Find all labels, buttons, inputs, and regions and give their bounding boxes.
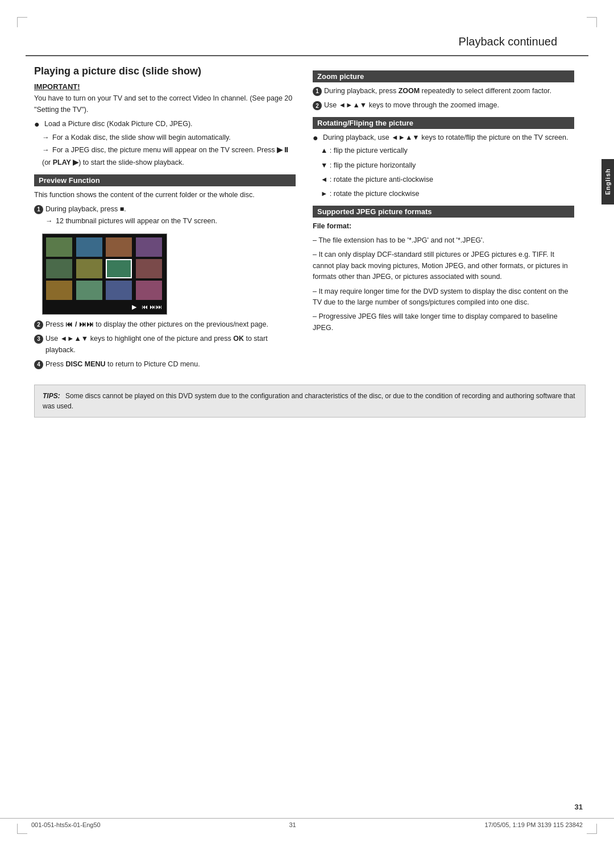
- rotate-item-4: ► : rotate the picture clockwise: [321, 189, 574, 199]
- arrow-item-2: → For a JPEG disc, the picture menu will…: [34, 145, 296, 156]
- thumb-10: [76, 281, 102, 300]
- zoom-step-content-2: Use ◄►▲▼ keys to move through the zoomed…: [324, 100, 574, 111]
- jpeg-item-3: – It may require longer time for the DVD…: [313, 286, 574, 308]
- step-num-2: 2: [34, 320, 43, 329]
- tips-label: TIPS:: [43, 392, 60, 400]
- arrow-item-1: → For a Kodak disc, the slide show will …: [34, 132, 296, 143]
- step1-arrow: → 12 thumbnail pictures will appear on t…: [45, 216, 296, 227]
- step-content-4: Press DISC MENU to return to Picture CD …: [45, 359, 296, 370]
- step-4: 4 Press DISC MENU to return to Picture C…: [34, 359, 296, 370]
- page-title: Playback continued: [26, 0, 588, 56]
- rotate-bullet: ●: [313, 132, 321, 143]
- step-2: 2 Press ⏮ / ⏭⏭ to display the other pict…: [34, 319, 296, 330]
- page-footer: 001-051-hts5x-01-Eng50 31 17/05/05, 1:19…: [0, 818, 614, 828]
- thumb-4: [136, 237, 162, 257]
- footer-center: 31: [289, 821, 296, 828]
- thumb-nav: ▶ ⏮ ⏭⏭: [46, 303, 163, 311]
- rotate-desc: ● During playback, use ◄►▲▼ keys to rota…: [313, 132, 574, 143]
- arrow-text-2: For a JPEG disc, the picture menu will a…: [52, 145, 290, 156]
- english-tab: English: [601, 159, 614, 205]
- arrow-text-2b: (or PLAY ▶) to start the slide-show play…: [42, 157, 296, 168]
- thumb-2: [76, 237, 102, 257]
- preview-desc: This function shows the content of the c…: [34, 190, 296, 201]
- important-text: You have to turn on your TV and set to t…: [34, 93, 296, 115]
- step-3: 3 Use ◄►▲▼ keys to highlight one of the …: [34, 333, 296, 356]
- corner-mark-tl: [17, 17, 27, 27]
- rotate-item-3: ◄ : rotate the picture anti-clockwise: [321, 174, 574, 185]
- step-num-4: 4: [34, 360, 43, 369]
- jpeg-item-2: – It can only display DCF-standard still…: [313, 249, 574, 282]
- thumbnail-grid: [46, 237, 163, 300]
- footer-left: 001-051-hts5x-01-Eng50: [31, 821, 101, 828]
- step-1: 1 During playback, press ■. → 12 thumbna…: [34, 204, 296, 229]
- step-num-3: 3: [34, 335, 43, 344]
- thumb-5: [46, 259, 72, 278]
- page-number: 31: [575, 803, 583, 811]
- important-label: IMPORTANT!: [34, 82, 296, 91]
- right-column: Zoom picture 1 During playback, press ZO…: [313, 65, 574, 373]
- rotate-item-2: ▼ : flip the picture horizontally: [321, 160, 574, 171]
- step-content-3: Use ◄►▲▼ keys to highlight one of the pi…: [45, 333, 296, 356]
- left-column: Playing a picture disc (slide show) IMPO…: [34, 65, 296, 373]
- bullet-dot-1: ●: [34, 119, 42, 130]
- thumbnail-grid-container: ▶ ⏮ ⏭⏭: [42, 233, 167, 315]
- page-wrapper: English Playback continued Playing a pic…: [0, 0, 614, 868]
- step-num-1: 1: [34, 205, 43, 214]
- tips-box: TIPS: Some discs cannot be played on thi…: [34, 385, 586, 418]
- thumb-nav-icons: ▶ ⏮ ⏭⏭: [132, 303, 162, 311]
- section-title: Playing a picture disc (slide show): [34, 65, 296, 78]
- zoom-step-2: 2 Use ◄►▲▼ keys to move through the zoom…: [313, 100, 574, 111]
- jpeg-header: Supported JPEG picture formats: [313, 206, 574, 218]
- title-text: Playback: [459, 35, 505, 48]
- thumb-9: [46, 281, 72, 300]
- file-format-label: File format:: [313, 221, 574, 232]
- thumb-7: [106, 259, 132, 278]
- step1-arrow-text: 12 thumbnail pictures will appear on the…: [56, 216, 217, 227]
- footer-right: 17/05/05, 1:19 PM 3139 115 23842: [485, 821, 583, 828]
- zoom-step-num-1: 1: [313, 87, 322, 96]
- jpeg-item-4: – Progressive JPEG files will take longe…: [313, 311, 574, 333]
- content-area: Playing a picture disc (slide show) IMPO…: [0, 56, 614, 373]
- step-content-1: During playback, press ■. → 12 thumbnail…: [45, 204, 296, 229]
- arrow-sym-2: →: [42, 145, 50, 156]
- rotate-items: ▲ : flip the picture vertically ▼ : flip…: [321, 145, 574, 200]
- zoom-step-content-1: During playback, press ZOOM repeatedly t…: [324, 86, 574, 97]
- arrow-sym-1: →: [42, 132, 50, 143]
- bullet-item-1: ● Load a Picture disc (Kodak Picture CD,…: [34, 119, 296, 130]
- step1-text: During playback, press ■.: [45, 205, 126, 213]
- bullet-text-1: Load a Picture disc (Kodak Picture CD, J…: [44, 119, 193, 130]
- corner-mark-tr: [587, 17, 597, 27]
- step1-arrow-sym: →: [45, 216, 53, 227]
- step-content-2: Press ⏮ / ⏭⏭ to display the other pictur…: [45, 319, 296, 330]
- zoom-step-num-2: 2: [313, 101, 322, 110]
- rotate-header: Rotating/Fliping the picture: [313, 117, 574, 129]
- preview-function-header: Preview Function: [34, 174, 296, 186]
- thumb-3: [106, 237, 132, 257]
- thumb-1: [46, 237, 72, 257]
- rotate-item-1: ▲ : flip the picture vertically: [321, 145, 574, 156]
- title-suffix: continued: [505, 35, 557, 48]
- thumb-6: [76, 259, 102, 278]
- thumb-12: [136, 281, 162, 300]
- zoom-step-1: 1 During playback, press ZOOM repeatedly…: [313, 86, 574, 97]
- arrow-text-1: For a Kodak disc, the slide show will be…: [52, 132, 231, 143]
- zoom-picture-header: Zoom picture: [313, 70, 574, 82]
- thumb-8: [136, 259, 162, 278]
- jpeg-item-1: – The file extension has to be '*.JPG' a…: [313, 235, 574, 246]
- tips-text: Some discs cannot be played on this DVD …: [43, 392, 575, 410]
- rotate-text: During playback, use ◄►▲▼ keys to rotate…: [323, 132, 568, 143]
- thumb-11: [106, 281, 132, 300]
- english-tab-label: English: [604, 169, 611, 195]
